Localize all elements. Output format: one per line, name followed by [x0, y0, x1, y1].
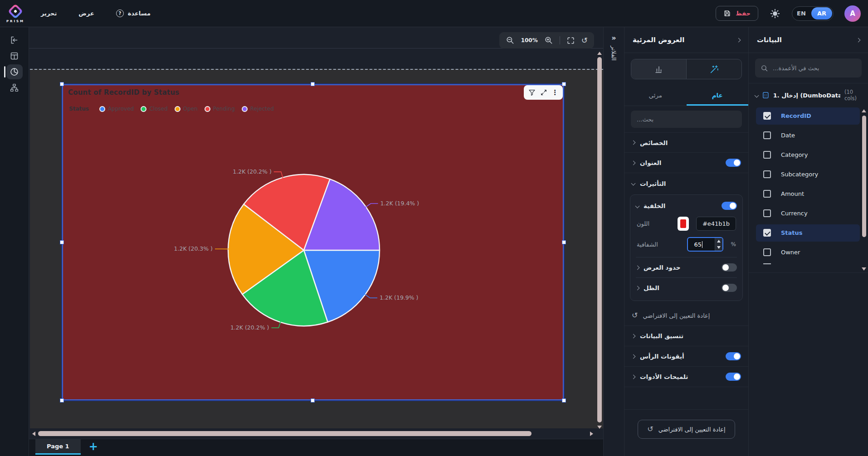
field-checkbox[interactable] — [763, 131, 771, 139]
field-checkbox[interactable] — [763, 209, 771, 217]
dataset-row[interactable]: 1. إدخال (DumboData.... (10 cols) — [749, 83, 868, 106]
field-label: Date — [781, 132, 795, 139]
app-logo[interactable]: PRISM — [5, 4, 25, 23]
vertical-scroll-thumb[interactable] — [597, 57, 602, 422]
background-toggle[interactable] — [722, 202, 737, 210]
shadow-toggle[interactable] — [722, 284, 737, 292]
number-spinner — [715, 238, 722, 251]
menu-item-view[interactable]: عرض — [78, 10, 94, 17]
sidebar-charts-button-active[interactable] — [6, 64, 23, 79]
horizontal-scroll-thumb[interactable] — [38, 431, 532, 436]
field-row-amount[interactable]: Amount — [756, 185, 860, 203]
field-row-status[interactable]: Status — [756, 224, 860, 242]
language-toggle[interactable]: EN AR — [792, 6, 834, 21]
canvas-horizontal-scrollbar[interactable] — [29, 431, 596, 437]
field-checkbox[interactable] — [763, 229, 771, 237]
field-row-category[interactable]: Category — [756, 146, 860, 164]
sidebar-collapse-button[interactable] — [6, 33, 23, 48]
reset-to-default-button[interactable]: ↺ إعادة التعيين إلى الافتراضي — [638, 420, 735, 439]
section-title[interactable]: العنوان — [624, 153, 748, 173]
shadow-subsection[interactable]: الظل — [636, 279, 737, 297]
section-effects-expanded[interactable]: التأثيرات — [624, 173, 748, 194]
expand-icon[interactable] — [540, 89, 547, 96]
field-row-currency[interactable]: Currency — [756, 205, 860, 222]
fit-screen-icon[interactable] — [566, 36, 575, 45]
filters-label[interactable]: الفلاتر — [610, 46, 617, 61]
color-swatch-fill — [680, 219, 686, 228]
page-tab-active[interactable]: Page 1 — [35, 439, 81, 455]
list-scroll-thumb[interactable] — [862, 116, 866, 237]
canvas-vertical-scrollbar[interactable] — [597, 51, 602, 430]
theme-toggle-sun-icon[interactable] — [769, 8, 781, 19]
spinner-down-button[interactable] — [715, 244, 722, 251]
zoom-out-icon[interactable] — [506, 36, 515, 45]
resize-handle-w[interactable] — [60, 240, 64, 244]
title-toggle[interactable] — [726, 159, 741, 167]
resize-handle-e[interactable] — [562, 240, 566, 244]
resize-handle-ne[interactable] — [562, 82, 566, 86]
menu-item-edit[interactable]: تحرير — [41, 10, 57, 17]
tab-visual[interactable]: مرئي — [624, 85, 687, 106]
sidebar-flow-button[interactable] — [6, 80, 23, 95]
spinner-up-button[interactable] — [715, 238, 722, 244]
avatar[interactable]: A — [844, 5, 861, 22]
zoom-in-icon[interactable] — [544, 36, 553, 45]
borders-toggle[interactable] — [722, 263, 737, 272]
tab-general-active[interactable]: عام — [687, 85, 749, 106]
scroll-up-arrow[interactable] — [597, 52, 602, 55]
pie-chart-widget-selected[interactable]: Count of RecordID by Status Status Appro… — [62, 84, 564, 400]
field-checkbox[interactable] — [763, 151, 771, 159]
resize-handle-se[interactable] — [562, 398, 566, 403]
reset-view-icon[interactable]: ↺ — [581, 37, 588, 44]
transparency-input-focused[interactable]: 65 — [687, 237, 723, 252]
list-scroll-up-arrow[interactable] — [862, 109, 866, 112]
field-label: Amount — [781, 190, 804, 197]
reset-button-label: إعادة التعيين إلى الافتراضي — [658, 426, 726, 433]
resize-handle-sw[interactable] — [60, 398, 64, 403]
format-search-input[interactable]: بحث... — [631, 111, 742, 128]
borders-subsection[interactable]: حدود العرض — [636, 258, 737, 277]
field-checkbox[interactable] — [763, 112, 771, 120]
section-tooltips[interactable]: تلميحات الأدوات — [624, 367, 748, 387]
visualizations-title: العروض المرئية — [633, 36, 684, 44]
list-scroll-down-arrow[interactable] — [862, 267, 866, 271]
color-hex-input[interactable]: #e41b1b — [696, 217, 736, 231]
field-row-date[interactable]: Date — [756, 127, 860, 144]
section-header-icons[interactable]: أيقونات الرأس — [624, 346, 748, 367]
reset-effects-link[interactable]: ↺ إعادة التعيين إلى الافتراضي — [624, 306, 748, 326]
lang-en-option[interactable]: EN — [792, 10, 810, 17]
scroll-left-arrow[interactable] — [32, 432, 35, 436]
format-button-active[interactable] — [687, 59, 741, 79]
pie-chart[interactable]: 1.2K (19.9% )1.2K (20.2% )1.2K (20.3% )1… — [63, 85, 563, 399]
field-row-owner[interactable]: Owner — [756, 244, 860, 261]
color-swatch[interactable] — [678, 217, 689, 231]
section-properties[interactable]: الخصائص — [624, 132, 748, 153]
field-row-subcategory[interactable]: Subcategory — [756, 166, 860, 183]
lang-ar-option-selected[interactable]: AR — [811, 7, 832, 19]
add-page-button[interactable]: + — [89, 439, 98, 454]
scroll-down-arrow[interactable] — [597, 426, 602, 429]
tooltips-toggle[interactable] — [726, 373, 741, 381]
field-row-recordid[interactable]: RecordID — [756, 107, 860, 125]
more-options-icon[interactable]: ⋮ — [551, 88, 558, 97]
resize-handle-nw[interactable] — [60, 82, 64, 86]
save-button[interactable]: حفظ — [716, 6, 758, 21]
scroll-right-arrow[interactable] — [590, 432, 593, 436]
resize-handle-n[interactable] — [311, 82, 315, 86]
collapse-panel-icon[interactable] — [856, 38, 861, 42]
expand-filters-icon[interactable]: » — [611, 34, 616, 42]
field-checkbox[interactable] — [763, 190, 771, 198]
chart-type-button[interactable] — [631, 59, 687, 79]
resize-handle-s[interactable] — [311, 398, 315, 403]
collapse-panel-icon[interactable] — [736, 38, 741, 42]
field-checkbox[interactable] — [763, 248, 771, 256]
background-subsection[interactable]: الخلفية — [636, 197, 737, 215]
menu-item-help[interactable]: ? مساعدة — [116, 10, 151, 17]
filter-icon[interactable] — [528, 89, 536, 96]
sidebar-layout-button[interactable] — [6, 49, 23, 63]
field-checkbox[interactable] — [763, 170, 771, 178]
floppy-icon — [723, 10, 731, 17]
header-icons-toggle[interactable] — [726, 352, 741, 360]
section-data-format[interactable]: تنسيق البيانات — [624, 326, 748, 346]
columns-search-input[interactable]: بحث في الأعمدة... — [755, 58, 862, 78]
